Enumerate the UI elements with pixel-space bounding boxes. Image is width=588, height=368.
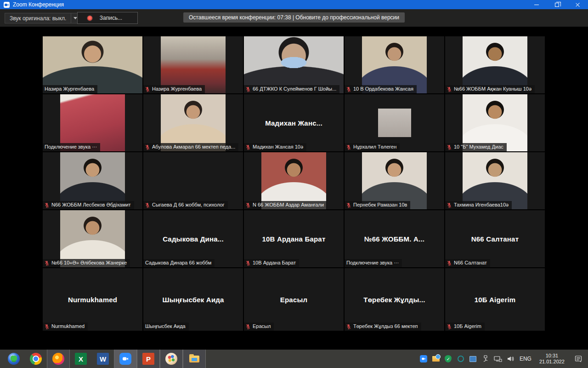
participant-video [378, 109, 411, 137]
participant-name: 10 "Б" Мухамед Диас [454, 144, 503, 150]
participant-name: Шыңғысбек Аида [145, 323, 186, 329]
participant-name: Нұрхалил Төлеген [353, 144, 396, 150]
participant-tile[interactable]: №66 ЖОББМ Ақжан Куаныш 10ә [445, 36, 545, 93]
participant-tile[interactable]: Сыгаева Д 66 жоббм, психолог [143, 152, 243, 209]
powerpoint-icon: P [142, 353, 154, 365]
participant-tile[interactable]: Төребек Жұлды... Төребек Жұлдыз 66 мекте… [345, 268, 444, 331]
taskbar-paint[interactable] [160, 350, 183, 368]
participant-name-tag: Төребек Жұлдыз 66 мектеп [345, 322, 421, 331]
clock-time: 10:31 [546, 353, 559, 358]
participant-tile[interactable]: Мадихан Жанс... Мадихан Жансая 10ә [244, 94, 344, 151]
original-sound-label: Звук оригинала: выкл. [10, 15, 66, 22]
mic-muted-icon [346, 202, 351, 208]
notifications-icon[interactable] [574, 355, 582, 363]
participant-tile[interactable]: N66 ЖОББМ Лесбеков Әбдіхамит [43, 152, 142, 209]
mic-muted-icon [447, 202, 452, 208]
participant-name: Тахмина Игенбаева10ә [454, 202, 509, 208]
minimize-button[interactable] [526, 0, 547, 9]
taskbar-word[interactable]: W [92, 350, 114, 368]
participant-name: Подключение звука ··· [346, 260, 399, 266]
participant-center-name: Ерасыл [244, 268, 344, 331]
participant-tile[interactable]: 66 ДТЖКО К Сулейменов Г Шойы... [244, 36, 344, 93]
mic-muted-icon [145, 144, 150, 150]
maximize-icon [555, 3, 559, 7]
volume-icon[interactable] [506, 355, 514, 363]
participant-name: 10 В Ордабекова Жансая [353, 86, 413, 92]
mic-muted-icon [346, 324, 351, 329]
participant-tile[interactable]: Абулова Акмарал 66 мектеп педа... [143, 94, 243, 151]
time-remaining-notice[interactable]: Оставшееся время конференции: 07:38 | Об… [183, 12, 405, 23]
app-window-tray-icon[interactable] [469, 355, 477, 363]
mic-muted-icon [447, 144, 452, 150]
participant-tile[interactable]: Ерасыл Ерасыл [244, 268, 344, 331]
taskbar-powerpoint[interactable]: P [137, 350, 160, 368]
participant-tile[interactable]: Назира Жургенбаева [43, 36, 142, 93]
participant-name-tag: Садыкова Динара 66 жоббм [143, 259, 215, 267]
participant-name-tag: 10 "Б" Мухамед Диас [445, 143, 507, 151]
participant-name: №66 ЖОББМ Ақжан Куаныш 10ә [454, 86, 531, 92]
participant-tile[interactable]: Подключение звука ··· [43, 94, 142, 151]
participant-tile[interactable]: N66 Салтанат N66 Салтанат [445, 210, 545, 267]
participant-name: Пернебек Рамазан 10в [353, 202, 407, 208]
taskbar-clock[interactable]: 10:31 21.01.2022 [537, 353, 567, 365]
participant-tile[interactable]: №66 ЖОББМ. А... Подключение звука ··· [345, 210, 444, 267]
close-button[interactable] [567, 0, 588, 9]
participant-center-name: 10Б Aigerim [445, 268, 545, 331]
participant-tile[interactable]: 10В Ардана Барат 10В Ардана Барат [244, 210, 344, 267]
participant-name-tag: Нұрхалил Төлеген [345, 143, 400, 151]
shield-check-icon[interactable]: ✓ [444, 355, 452, 363]
participant-name: Садыкова Динара 66 жоббм [145, 260, 211, 266]
taskbar-firefox[interactable] [47, 350, 70, 368]
folder-info-tray-icon[interactable] [432, 355, 440, 363]
network-display-icon[interactable] [494, 355, 502, 363]
participant-tile[interactable]: Назира Жургенбаева [143, 36, 243, 93]
zoom-window: Zoom Конференция Звук оригинала: выкл. З… [0, 0, 588, 368]
excel-icon: X [75, 353, 87, 365]
zoom-icon [119, 353, 131, 365]
participant-tile[interactable]: Тахмина Игенбаева10ә [445, 152, 545, 209]
participant-tile[interactable]: Пернебек Рамазан 10в [345, 152, 444, 209]
mic-muted-icon [246, 86, 250, 92]
participant-name: Назира Жургенбаева [45, 86, 94, 92]
participant-tile[interactable]: Нұрхалил Төлеген [345, 94, 444, 151]
participant-name-tag: Мадихан Жансая 10ә [244, 143, 306, 151]
participant-name-tag: 10В Ардана Барат [244, 259, 299, 267]
participant-tile[interactable]: Nurmukhamed Nurmukhamed [43, 268, 142, 331]
zoom-tray-icon[interactable] [419, 355, 428, 363]
participant-tile[interactable]: N 66 ЖОББМ Аздар Аманғали [244, 152, 344, 209]
mic-muted-icon [346, 86, 351, 92]
close-icon [575, 2, 580, 7]
participant-name-tag: Nurmukhamed [43, 322, 88, 331]
participant-tile[interactable]: 10Б Aigerim 10Б Aigerim [445, 268, 545, 331]
mic-muted-icon [145, 202, 150, 208]
taskbar-chrome[interactable] [25, 350, 47, 368]
windows-taskbar: X W P ✓ ENG [0, 350, 588, 368]
participant-name-tag: №66 ЖОББМ Ақжан Куаныш 10ә [445, 85, 535, 93]
firefox-icon [52, 353, 64, 365]
taskbar-zoom[interactable] [114, 350, 137, 368]
participant-tile[interactable]: Шыңғысбек Аида Шыңғысбек Аида [143, 268, 243, 331]
mic-muted-icon [346, 144, 351, 150]
participant-name: Абулова Акмарал 66 мектеп педа... [152, 144, 235, 150]
usb-icon[interactable] [481, 355, 490, 363]
network-ring-icon[interactable] [457, 355, 465, 363]
original-sound-button[interactable]: Звук оригинала: выкл. [5, 13, 71, 23]
taskbar-file-explorer[interactable] [183, 350, 206, 368]
participant-name: N 66 ЖОББМ Аздар Аманғали [253, 202, 324, 208]
taskbar-clover-app[interactable] [3, 350, 25, 368]
participant-tile[interactable]: 10 "Б" Мухамед Диас [445, 94, 545, 151]
zoom-app-icon [4, 2, 10, 8]
word-icon: W [97, 353, 109, 365]
participant-name: №66 10«Ә» Әлібекова Жанерке [51, 260, 127, 266]
participant-tile[interactable]: 10 В Ордабекова Жансая [345, 36, 444, 93]
taskbar-excel[interactable]: X [70, 350, 92, 368]
record-dot-icon[interactable] [87, 15, 93, 21]
participant-tile[interactable]: Садыкова Дина... Садыкова Динара 66 жобб… [143, 210, 243, 267]
participant-tile[interactable]: №66 10«Ә» Әлібекова Жанерке [43, 210, 142, 267]
restore-button[interactable] [547, 0, 567, 9]
language-indicator[interactable]: ENG [519, 356, 532, 362]
participant-name-tag: №66 10«Ә» Әлібекова Жанерке [43, 259, 130, 267]
mic-muted-icon [246, 202, 250, 208]
clover-app-icon [8, 353, 20, 365]
participant-name: Сыгаева Д 66 жоббм, психолог [152, 202, 225, 208]
